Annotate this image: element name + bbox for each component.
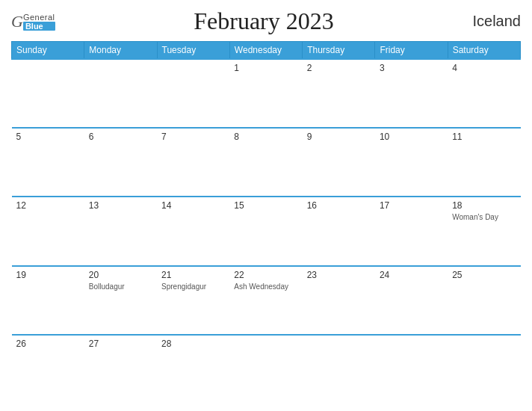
calendar-day-cell: 11 — [448, 128, 520, 197]
day-number: 6 — [89, 132, 152, 142]
calendar-day-cell: 3 — [375, 59, 448, 128]
day-number: 9 — [307, 132, 371, 142]
calendar-day-cell: 23 — [303, 266, 375, 335]
header-monday: Monday — [84, 42, 157, 60]
day-number: 7 — [161, 132, 225, 142]
calendar-day-cell: 28 — [157, 335, 229, 404]
calendar-day-cell: 17 — [375, 197, 448, 265]
day-number: 16 — [307, 200, 371, 211]
calendar-day-cell: 1 — [229, 59, 302, 128]
day-number: 18 — [452, 200, 516, 211]
calendar-day-cell: 16 — [303, 197, 375, 265]
header-tuesday: Tuesday — [157, 42, 229, 60]
calendar-day-cell — [229, 335, 302, 404]
calendar-week-row: 1234 — [12, 59, 521, 128]
header-sunday: Sunday — [12, 42, 84, 60]
calendar-day-cell: 2 — [303, 59, 375, 128]
day-number: 21 — [161, 270, 225, 280]
day-number: 5 — [16, 132, 80, 142]
calendar-day-cell: 25 — [448, 266, 520, 335]
calendar-day-cell: 14 — [157, 197, 229, 265]
day-number: 20 — [89, 270, 152, 280]
calendar-week-row: 1920Bolludagur21Sprengidagur22Ash Wednes… — [12, 266, 521, 335]
day-number: 4 — [452, 63, 516, 73]
calendar-day-cell: 10 — [375, 128, 448, 197]
day-number: 13 — [89, 200, 152, 211]
day-number: 27 — [89, 339, 152, 349]
calendar-week-row: 262728 — [12, 335, 521, 404]
day-number: 22 — [234, 270, 297, 280]
weekday-header-row: Sunday Monday Tuesday Wednesday Thursday… — [12, 42, 521, 60]
event-label: Bolludagur — [89, 282, 152, 291]
calendar-day-cell: 21Sprengidagur — [157, 266, 229, 335]
day-number: 17 — [380, 200, 443, 211]
calendar-day-cell: 15 — [229, 197, 302, 265]
day-number: 8 — [234, 132, 297, 142]
calendar-day-cell: 6 — [84, 128, 157, 197]
logo-block: General Blue — [23, 13, 55, 31]
calendar-day-cell — [375, 335, 448, 404]
calendar-day-cell — [303, 335, 375, 404]
day-number: 19 — [16, 270, 80, 280]
day-number: 14 — [161, 200, 225, 211]
day-number: 2 — [307, 63, 371, 73]
calendar-day-cell — [448, 335, 520, 404]
logo-g-letter: G — [11, 12, 23, 31]
day-number: 28 — [161, 339, 225, 349]
calendar-day-cell: 26 — [12, 335, 84, 404]
calendar-container: G General Blue February 2023 Iceland Sun… — [0, 0, 532, 411]
logo: G General Blue — [11, 12, 55, 31]
header-wednesday: Wednesday — [229, 42, 302, 60]
day-number: 11 — [452, 132, 516, 142]
calendar-day-cell: 24 — [375, 266, 448, 335]
day-number: 26 — [16, 339, 80, 349]
day-number: 24 — [380, 270, 443, 280]
event-label: Ash Wednesday — [234, 282, 297, 291]
calendar-day-cell: 8 — [229, 128, 302, 197]
calendar-day-cell — [84, 59, 157, 128]
calendar-day-cell: 18Woman's Day — [448, 197, 520, 265]
day-number: 25 — [452, 270, 516, 280]
header-friday: Friday — [375, 42, 448, 60]
calendar-day-cell — [12, 59, 84, 128]
day-number: 12 — [16, 200, 80, 211]
country-label: Iceland — [472, 13, 521, 30]
calendar-day-cell: 27 — [84, 335, 157, 404]
calendar-day-cell: 9 — [303, 128, 375, 197]
calendar-day-cell: 4 — [448, 59, 520, 128]
event-label: Woman's Day — [452, 212, 516, 222]
calendar-day-cell: 20Bolludagur — [84, 266, 157, 335]
day-number: 15 — [234, 200, 297, 211]
calendar-day-cell: 22Ash Wednesday — [229, 266, 302, 335]
logo-blue-text: Blue — [23, 22, 55, 31]
calendar-day-cell: 13 — [84, 197, 157, 265]
event-label: Sprengidagur — [161, 282, 225, 291]
logo-general-text: General — [23, 13, 55, 22]
day-number: 23 — [307, 270, 371, 280]
calendar-day-cell: 19 — [12, 266, 84, 335]
header-saturday: Saturday — [448, 42, 520, 60]
header-thursday: Thursday — [303, 42, 375, 60]
calendar-week-row: 567891011 — [12, 128, 521, 197]
day-number: 10 — [380, 132, 443, 142]
calendar-day-cell: 7 — [157, 128, 229, 197]
day-number: 3 — [380, 63, 443, 73]
calendar-day-cell: 5 — [12, 128, 84, 197]
calendar-week-row: 12131415161718Woman's Day — [12, 197, 521, 265]
calendar-title: February 2023 — [194, 7, 334, 35]
day-number: 1 — [234, 63, 297, 73]
calendar-header: G General Blue February 2023 Iceland — [11, 7, 521, 35]
calendar-day-cell: 12 — [12, 197, 84, 265]
calendar-day-cell — [157, 59, 229, 128]
calendar-table: Sunday Monday Tuesday Wednesday Thursday… — [11, 41, 521, 404]
